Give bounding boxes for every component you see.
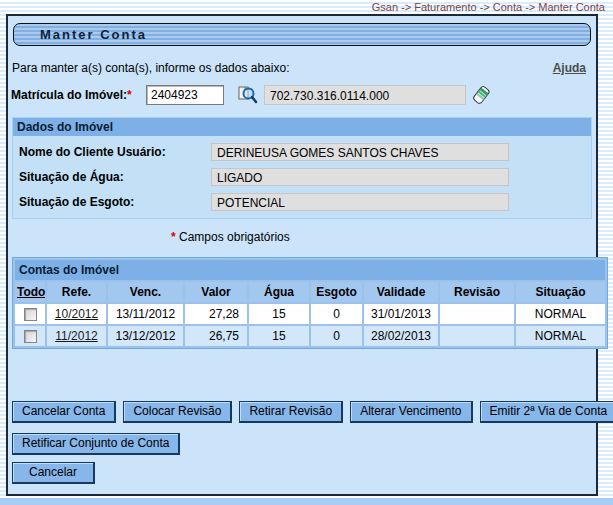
contas-table-title: Contas do Imóvel [15,260,605,280]
refe-cell: 11/2012 [47,326,106,346]
contas-header-row: Todos Refe. Venc. Valor Água Esgoto Vali… [15,282,605,302]
matricula-row: Matrícula do Imóvel:* 702.730.316.0114.0… [8,84,596,106]
validade-cell: 31/01/2013 [364,304,438,324]
matricula-input[interactable] [146,85,224,105]
agua-cell: 15 [249,304,309,324]
conta-link[interactable]: 10/2012 [55,307,98,321]
todos-cell [15,304,45,324]
column-header-validade: Validade [364,282,438,302]
retificar-conjunto-button[interactable]: Retificar Conjunto de Conta [12,433,180,455]
row-checkbox[interactable] [24,308,37,321]
column-header-refe: Refe. [47,282,106,302]
valor-cell: 27,28 [185,304,247,324]
inscricao-field: 702.730.316.0114.000 [264,85,466,105]
instruction-text: Para manter a(s) conta(s), informe os da… [12,61,289,75]
venc-cell: 13/12/2012 [108,326,183,346]
refe-cell: 10/2012 [47,304,106,324]
instruction-row: Para manter a(s) conta(s), informe os da… [12,61,586,75]
field-row-nome: Nome do Cliente Usuário: DERINEUSA GOMES… [19,143,591,161]
column-header-agua: Água [249,282,309,302]
action-button-row: Cancelar Conta Colocar Revisão Retirar R… [12,401,596,423]
nome-cliente-label: Nome do Cliente Usuário: [19,145,211,159]
cancelar-button[interactable]: Cancelar [12,462,95,484]
required-fields-note: * Campos obrigatórios [171,230,596,244]
nome-cliente-value: DERINEUSA GOMES SANTOS CHAVES [211,143,509,161]
agua-cell: 15 [249,326,309,346]
alterar-vencimento-button[interactable]: Alterar Vencimento [350,401,472,423]
column-header-venc: Venc. [108,282,183,302]
cancelar-conta-button[interactable]: Cancelar Conta [12,401,116,423]
table-row: 10/2012 13/11/2012 27,28 15 0 31/01/2013… [15,304,605,324]
situacao-cell: NORMAL [516,304,605,324]
venc-cell: 13/11/2012 [108,304,183,324]
select-all-link[interactable]: Todos [17,285,45,299]
action-button-row: Cancelar [12,462,596,484]
breadcrumb: Gsan -> Faturamento -> Conta -> Manter C… [372,1,605,13]
situacao-agua-value: LIGADO [211,168,509,186]
todos-cell [15,326,45,346]
field-row-agua: Situação de Água: LIGADO [19,168,591,186]
dados-imovel-section: Dados do Imóvel Nome do Cliente Usuário:… [12,117,592,219]
field-row-esgoto: Situação de Esgoto: POTENCIAL [19,193,591,211]
row-checkbox[interactable] [24,330,37,343]
contas-table: Contas do Imóvel Todos Refe. Venc. Valor… [12,257,608,349]
validade-cell: 28/02/2013 [364,326,438,346]
table-row: 11/2012 13/12/2012 26,75 15 0 28/02/2013… [15,326,605,346]
revisao-cell [440,304,514,324]
column-header-todos: Todos [15,282,45,302]
esgoto-cell: 0 [311,304,362,324]
action-button-row: Retificar Conjunto de Conta [12,433,596,455]
esgoto-cell: 0 [311,326,362,346]
situacao-esgoto-value: POTENCIAL [211,193,509,211]
help-link[interactable]: Ajuda [553,61,586,75]
column-header-situacao: Situação [516,282,605,302]
colocar-revisao-button[interactable]: Colocar Revisão [123,401,232,423]
required-asterisk: * [127,88,132,102]
matricula-label: Matrícula do Imóvel:* [8,88,146,102]
valor-cell: 26,75 [185,326,247,346]
search-icon[interactable] [238,85,258,105]
page-title: Manter Conta [13,23,591,46]
retirar-revisao-button[interactable]: Retirar Revisão [239,401,343,423]
revisao-cell [440,326,514,346]
situacao-agua-label: Situação de Água: [19,170,211,184]
emitir-2via-button[interactable]: Emitir 2ª Via de Conta [480,401,613,423]
eraser-icon[interactable] [471,84,492,106]
main-panel: Manter Conta Para manter a(s) conta(s), … [6,14,598,496]
column-header-esgoto: Esgoto [311,282,362,302]
situacao-cell: NORMAL [516,326,605,346]
column-header-valor: Valor [185,282,247,302]
dados-imovel-title: Dados do Imóvel [13,118,591,136]
bottom-band [0,498,613,505]
conta-link[interactable]: 11/2012 [55,329,98,343]
required-asterisk: * [171,230,176,244]
column-header-revisao: Revisão [440,282,514,302]
situacao-esgoto-label: Situação de Esgoto: [19,195,211,209]
